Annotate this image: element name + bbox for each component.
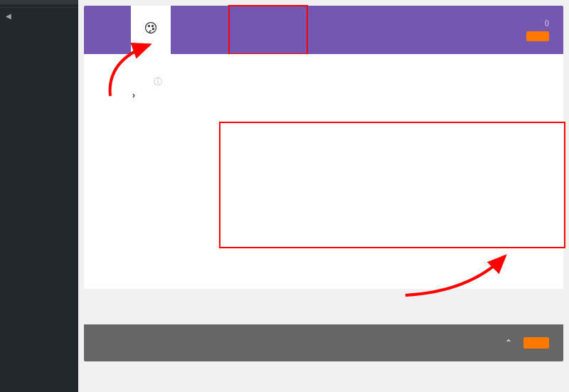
panel-body: › ⓘ [84,54,563,289]
svg-point-2 [152,26,154,27]
header-right: () [526,19,549,41]
svg-point-1 [149,26,150,27]
tab-transfer[interactable] [171,6,196,54]
section-info: ⓘ [154,75,542,88]
panel-footer: ⌃ [84,324,563,361]
panel-header: () [84,6,563,54]
svg-point-3 [152,28,154,30]
panel-tabs [105,6,222,54]
save-button-footer[interactable] [523,337,549,349]
skins-grid [154,102,542,114]
chevron-right-icon: › [132,90,136,100]
annotation-skins-highlight [219,122,565,248]
collapse-icon: ◀ [6,12,11,20]
section-label-skins[interactable]: › [127,77,136,114]
main-content: () › ⓘ [78,0,569,392]
tab-skins-demos[interactable] [131,6,171,54]
tab-update[interactable] [196,6,222,54]
annotation-tab-highlight [228,5,308,55]
info-icon: ⓘ [154,75,162,88]
palette-icon [144,21,158,38]
save-button[interactable] [526,31,549,41]
svg-point-0 [146,23,156,33]
wp-admin-sidebar: ◀ [0,0,78,392]
panel-version: () [526,19,549,26]
collapse-menu[interactable]: ◀ [0,7,78,24]
reset-button[interactable]: ⌃ [502,338,513,348]
tab-settings[interactable] [105,6,131,54]
chevron-up-icon: ⌃ [505,338,513,348]
